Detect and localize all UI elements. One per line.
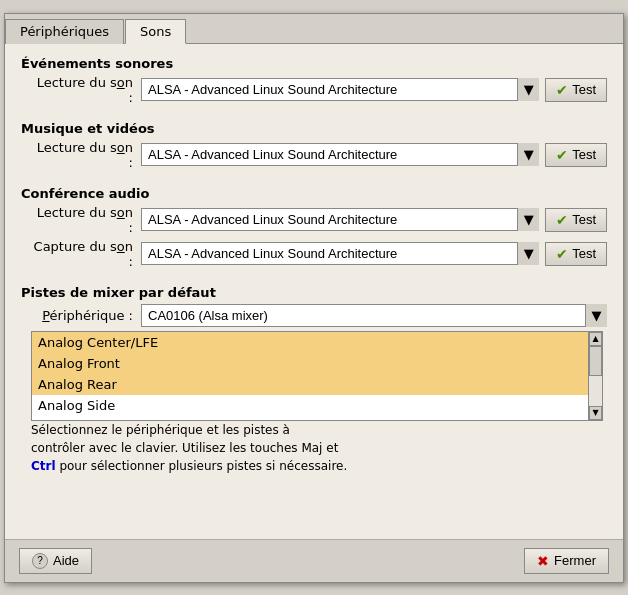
track-item-analog-front[interactable]: Analog Front [32, 353, 588, 374]
conference-capture-select-wrapper: ALSA - Advanced Linux Sound Architecture… [141, 242, 539, 265]
conference-capture-check-icon: ✔ [556, 246, 568, 262]
scroll-up-button[interactable]: ▲ [589, 332, 602, 346]
mixer-device-select-wrapper: CA0106 (Alsa mixer) ▼ [141, 304, 607, 327]
conference-capture-select[interactable]: ALSA - Advanced Linux Sound Architecture [141, 242, 539, 265]
musique-lecture-label: Lecture du son : [31, 140, 141, 170]
track-list-scrollbar: ▲ ▼ [588, 332, 602, 420]
mixer-device-row: Périphérique : CA0106 (Alsa mixer) ▼ [31, 304, 607, 327]
fermer-close-icon: ✖ [537, 553, 549, 569]
evenements-lecture-select-wrapper: ALSA - Advanced Linux Sound Architecture… [141, 78, 539, 101]
track-list: Analog Center/LFE Analog Front Analog Re… [32, 332, 588, 420]
track-item-analog-side[interactable]: Analog Side [32, 395, 588, 416]
main-dialog: Périphériques Sons Événements sonores Le… [4, 13, 624, 583]
conference-lecture-check-icon: ✔ [556, 212, 568, 228]
conference-lecture-select-wrapper: ALSA - Advanced Linux Sound Architecture… [141, 208, 539, 231]
track-item-analog-rear[interactable]: Analog Rear [32, 374, 588, 395]
section-evenements: Événements sonores Lecture du son : ALSA… [21, 56, 607, 109]
tab-peripheriques[interactable]: Périphériques [5, 19, 124, 44]
track-item-analog-center[interactable]: Analog Center/LFE [32, 332, 588, 353]
tab-content: Événements sonores Lecture du son : ALSA… [5, 44, 623, 539]
fermer-button[interactable]: ✖ Fermer [524, 548, 609, 574]
mixer-device-select[interactable]: CA0106 (Alsa mixer) [141, 304, 607, 327]
conference-capture-test-button[interactable]: ✔ Test [545, 242, 607, 266]
scroll-thumb[interactable] [589, 346, 602, 376]
section-evenements-title: Événements sonores [21, 56, 607, 71]
conference-capture-label: Capture du son : [31, 239, 141, 269]
conference-lecture-row: Lecture du son : ALSA - Advanced Linux S… [31, 205, 607, 235]
musique-test-button[interactable]: ✔ Test [545, 143, 607, 167]
evenements-test-button[interactable]: ✔ Test [545, 78, 607, 102]
section-musique: Musique et vidéos Lecture du son : ALSA … [21, 121, 607, 174]
musique-lecture-select[interactable]: ALSA - Advanced Linux Sound Architecture [141, 143, 539, 166]
mixer-help-text: Sélectionnez le périphérique et les pist… [31, 421, 607, 475]
track-list-container: Analog Center/LFE Analog Front Analog Re… [31, 331, 603, 421]
aide-icon: ? [32, 553, 48, 569]
conference-lecture-select[interactable]: ALSA - Advanced Linux Sound Architecture [141, 208, 539, 231]
section-mixer-title: Pistes de mixer par défaut [21, 285, 607, 300]
tab-bar: Périphériques Sons [5, 14, 623, 44]
test-check-icon: ✔ [556, 82, 568, 98]
conference-lecture-label: Lecture du son : [31, 205, 141, 235]
section-conference-title: Conférence audio [21, 186, 607, 201]
conference-lecture-test-button[interactable]: ✔ Test [545, 208, 607, 232]
mixer-device-label: Périphérique : [31, 308, 141, 323]
aide-button[interactable]: ? Aide [19, 548, 92, 574]
tab-sons[interactable]: Sons [125, 19, 186, 44]
musique-lecture-row: Lecture du son : ALSA - Advanced Linux S… [31, 140, 607, 170]
musique-lecture-select-wrapper: ALSA - Advanced Linux Sound Architecture… [141, 143, 539, 166]
section-mixer: Pistes de mixer par défaut Périphérique … [21, 285, 607, 475]
section-musique-title: Musique et vidéos [21, 121, 607, 136]
evenements-lecture-label: Lecture du son : [31, 75, 141, 105]
section-conference: Conférence audio Lecture du son : ALSA -… [21, 186, 607, 273]
scroll-down-button[interactable]: ▼ [589, 406, 602, 420]
bottom-bar: ? Aide ✖ Fermer [5, 539, 623, 582]
evenements-lecture-row: Lecture du son : ALSA - Advanced Linux S… [31, 75, 607, 105]
evenements-lecture-select[interactable]: ALSA - Advanced Linux Sound Architecture [141, 78, 539, 101]
conference-capture-row: Capture du son : ALSA - Advanced Linux S… [31, 239, 607, 269]
musique-check-icon: ✔ [556, 147, 568, 163]
scroll-track [589, 346, 602, 406]
